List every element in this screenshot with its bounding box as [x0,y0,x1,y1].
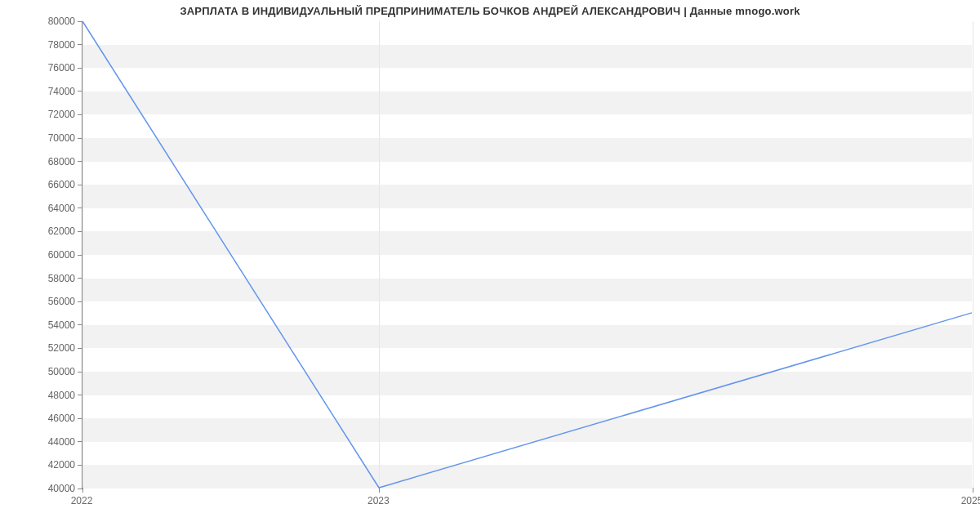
y-axis-tick-label: 60000 [48,249,75,261]
y-axis-tick-label: 70000 [48,132,75,144]
plot-area [82,21,972,489]
chart-container: ЗАРПЛАТА В ИНДИВИДУАЛЬНЫЙ ПРЕДПРИНИМАТЕЛ… [0,0,980,531]
y-axis-tick-label: 44000 [48,436,75,448]
chart-title: ЗАРПЛАТА В ИНДИВИДУАЛЬНЫЙ ПРЕДПРИНИМАТЕЛ… [0,5,980,17]
y-axis-tick-label: 46000 [48,413,75,424]
x-axis-labels: 202220232025 [82,490,972,515]
y-axis-tick-label: 56000 [48,296,75,307]
x-gridline [973,21,973,488]
y-axis-tick-label: 72000 [48,109,75,120]
x-axis-tick-label: 2025 [961,495,980,506]
y-axis-tick-label: 74000 [48,86,75,97]
y-axis-tick-label: 58000 [48,273,75,284]
y-axis-tick-label: 62000 [48,225,75,237]
y-axis-tick-label: 48000 [48,390,75,401]
line-series [82,21,972,488]
x-axis-tick-label: 2022 [71,495,93,506]
x-tick [973,488,973,493]
y-axis-tick-label: 50000 [48,366,75,377]
x-axis-tick-label: 2023 [368,495,390,506]
y-axis-tick-label: 40000 [48,483,75,494]
y-axis-labels: 4000042000440004600048000500005200054000… [0,21,75,489]
y-axis-tick-label: 66000 [48,179,75,190]
y-axis-tick-label: 54000 [48,319,75,331]
y-axis-tick-label: 42000 [48,459,75,471]
y-axis-tick-label: 64000 [48,203,75,214]
data-line [82,21,972,488]
y-axis-tick-label: 78000 [48,39,75,51]
y-axis-tick-label: 80000 [48,16,75,27]
y-axis-tick-label: 52000 [48,342,75,354]
y-axis-tick-label: 68000 [48,156,75,167]
y-axis-tick-label: 76000 [48,62,75,74]
